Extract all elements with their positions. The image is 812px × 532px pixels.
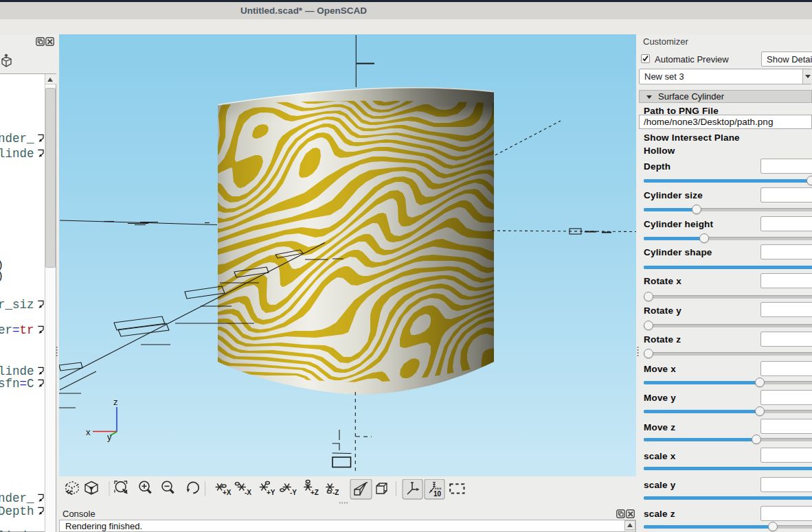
svg-text:+Z: +Z (311, 489, 319, 496)
svg-text:-Y: -Y (290, 489, 297, 496)
svg-text:x: x (86, 427, 91, 437)
svg-text:10: 10 (433, 490, 442, 498)
svg-text:-X: -X (245, 489, 251, 496)
svg-text:+X: +X (223, 489, 232, 496)
svg-text:+Y: +Y (267, 489, 275, 496)
svg-text:-Z: -Z (332, 489, 339, 496)
svg-text:z: z (113, 397, 118, 407)
svg-text:y: y (107, 432, 112, 442)
